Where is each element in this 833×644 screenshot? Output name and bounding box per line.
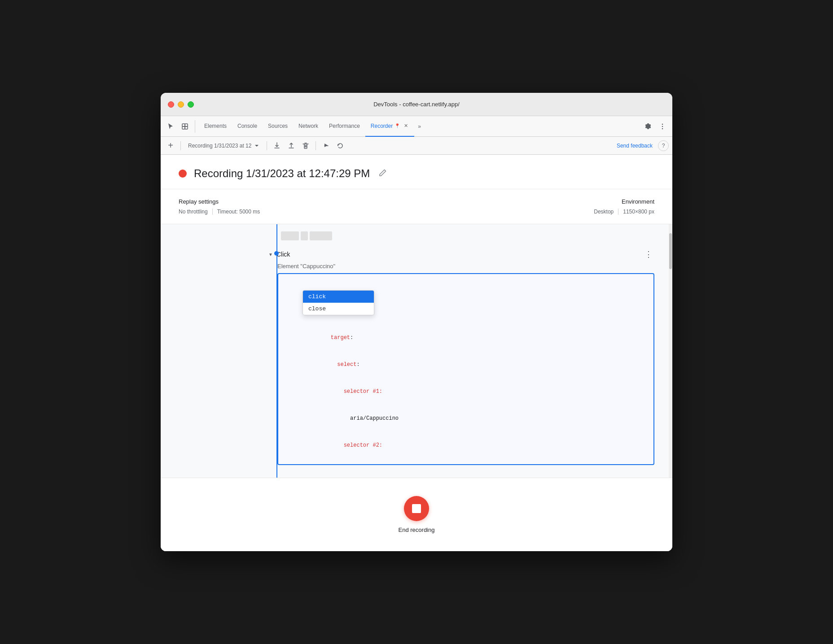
step-area: ▼ Click ⋮ Element "Cappuccino" type: [161,224,672,478]
tab-sources[interactable]: Sources [263,116,293,137]
import-btn[interactable] [285,139,298,152]
step-content: ▼ Click ⋮ Element "Cappuccino" type: [268,248,654,469]
end-recording-section: End recording [161,478,672,551]
selectors-key: select [331,361,357,368]
throttling-value: No throttling [179,209,208,215]
resolution-value: 1150×800 px [623,209,654,215]
step-element-label: Element "Cappuccino" [277,263,654,270]
stop-icon [412,504,421,513]
recorder-recording-icon: 📍 [395,123,400,128]
replay-slow-btn[interactable] [334,139,346,152]
environment-title: Environment [594,198,654,205]
send-feedback-btn[interactable]: Send feedback [613,141,656,151]
code-line-selector1-value: aria/Cappuccino [285,405,646,432]
settings-icon [644,123,652,130]
step-header: ▼ Click ⋮ [268,248,654,261]
recorder-tab-close-icon[interactable]: ✕ [403,123,409,129]
tab-performance[interactable]: Performance [324,116,365,137]
selector2-key: selector #2: [331,442,382,448]
svg-point-4 [662,123,663,125]
code-line-selectors: select: [285,351,646,378]
svg-rect-1 [185,126,188,129]
selector1-key: selector #1: [331,388,382,395]
replay-settings-title: Replay settings [179,198,260,205]
code-line-target: target: [285,324,646,351]
inspect-icon [181,123,189,130]
svg-rect-3 [185,124,188,126]
svg-point-5 [662,126,663,127]
desktop-value: Desktop [594,209,614,215]
svg-rect-0 [182,124,185,126]
recording-title: Recording 1/31/2023 at 12:47:29 PM [194,167,370,180]
tab-network[interactable]: Network [293,116,324,137]
delete-icon [302,142,309,149]
devtools-icons-group [164,120,195,133]
replay-icon [322,142,329,149]
tab-right-icons [642,120,669,133]
minimize-button[interactable] [178,101,184,108]
autocomplete-item-close[interactable]: close [303,303,374,315]
env-settings-separator [618,209,618,215]
code-line-selector2: selector #2: [285,432,646,459]
thumbnail-row [161,230,672,242]
svg-point-6 [662,128,663,129]
more-tabs-btn[interactable]: » [414,123,425,130]
chevron-down-icon [254,143,259,148]
export-icon [273,142,281,149]
export-btn[interactable] [271,139,283,152]
replay-btn[interactable] [320,139,332,152]
recording-selector-btn[interactable]: Recording 1/31/2023 at 12 [184,141,263,151]
timeout-value: Timeout: 5000 ms [217,209,260,215]
step-expand-icon[interactable]: ▼ [268,252,273,257]
delete-btn[interactable] [299,139,312,152]
devtools-tabs-bar: Elements Console Sources Network Perform… [161,116,672,137]
settings-separator [212,209,213,215]
step-item-click: ▼ Click ⋮ Element "Cappuccino" type: [161,244,672,472]
help-btn[interactable]: ? [658,140,669,151]
scrollbar-thumb[interactable] [669,233,672,269]
traffic-lights [168,101,194,108]
tab-console[interactable]: Console [232,116,263,137]
recording-header: Recording 1/31/2023 at 12:47:29 PM [161,155,672,189]
settings-icon-btn[interactable] [642,120,654,133]
more-options-icon [659,123,666,130]
end-recording-btn[interactable] [404,496,429,521]
cursor-icon-btn[interactable] [164,120,177,133]
close-button[interactable] [168,101,174,108]
autocomplete-item-click[interactable]: click [303,291,374,303]
title-bar: DevTools - coffee-cart.netlify.app/ [161,93,672,116]
recording-status-dot [179,170,187,178]
tab-elements[interactable]: Elements [199,116,232,137]
step-indicator-dot [274,251,279,256]
toolbar-separator-3 [316,141,316,150]
scrollbar-track [669,224,672,478]
import-icon [288,142,295,149]
new-recording-btn[interactable]: + [164,139,177,152]
settings-values: No throttling Timeout: 5000 ms [179,209,260,215]
replay-settings-left: Replay settings No throttling Timeout: 5… [179,198,260,215]
cursor-icon [167,123,174,130]
main-content: Recording 1/31/2023 at 12:47:29 PM Repla… [161,155,672,551]
toolbar-separator-1 [180,141,181,150]
replay-settings-bar: Replay settings No throttling Timeout: 5… [161,189,672,224]
devtools-window: DevTools - coffee-cart.netlify.app/ Elem… [161,93,672,551]
recorder-toolbar: + Recording 1/31/2023 at 12 [161,137,672,155]
edit-title-icon[interactable] [379,169,387,178]
tab-recorder[interactable]: Recorder 📍 ✕ [365,116,414,137]
step-more-btn[interactable]: ⋮ [643,248,654,261]
environment-values: Desktop 1150×800 px [594,209,654,215]
svg-rect-2 [182,126,185,129]
replay-slow-icon [337,142,344,149]
autocomplete-dropdown: click close [303,290,374,315]
environment-right: Environment Desktop 1150×800 px [594,198,654,215]
end-recording-label: End recording [399,527,435,533]
target-key: target [331,335,350,341]
code-editor: type: target: select: selector #1: [277,273,654,465]
inspect-icon-btn[interactable] [179,120,191,133]
recording-selector-value: Recording 1/31/2023 at 12 [188,143,251,149]
selector1-value: aria/Cappuccino [350,415,399,422]
more-options-icon-btn[interactable] [656,120,669,133]
code-line-selector1: selector #1: [285,378,646,405]
maximize-button[interactable] [188,101,194,108]
window-title: DevTools - coffee-cart.netlify.app/ [373,101,460,108]
